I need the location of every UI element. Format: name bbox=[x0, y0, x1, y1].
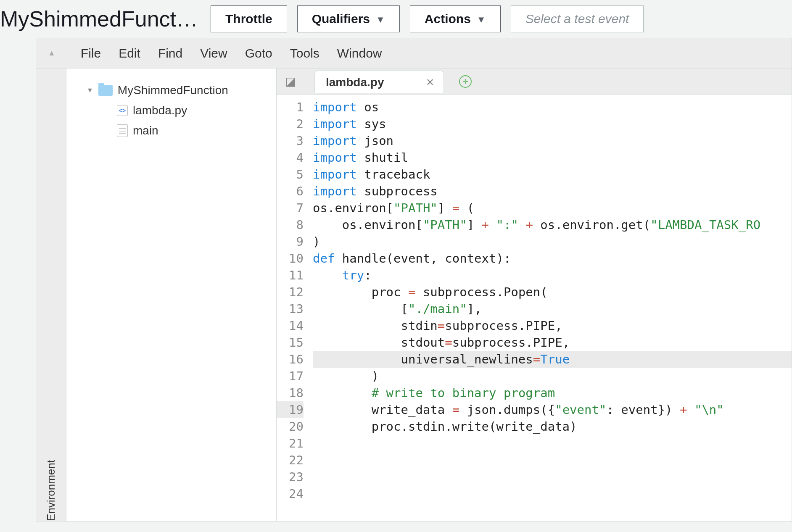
outline-icon[interactable]: ◪ bbox=[285, 74, 296, 88]
file-tree: ▼ MyShimmedFunction <> lambda.py main bbox=[66, 68, 277, 521]
qualifiers-button[interactable]: Qualifiers ▼ bbox=[297, 5, 400, 32]
tree-file-lambda-py[interactable]: <> lambda.py bbox=[66, 100, 276, 121]
tree-root-label: MyShimmedFunction bbox=[118, 84, 228, 97]
ide-body: Environment ▼ MyShimmedFunction <> lambd… bbox=[36, 68, 792, 521]
side-tab-label: Environment bbox=[45, 127, 58, 521]
collapse-up-icon[interactable]: ▲ bbox=[48, 49, 55, 58]
editor-tab-lambda-py[interactable]: lambda.py ✕ bbox=[314, 70, 444, 93]
menu-tools[interactable]: Tools bbox=[290, 46, 319, 61]
select-test-placeholder: Select a test event bbox=[525, 12, 629, 26]
qualifiers-label: Qualifiers bbox=[312, 12, 370, 26]
file-icon bbox=[117, 124, 128, 137]
tree-file-main[interactable]: main bbox=[66, 121, 276, 141]
tab-label: lambda.py bbox=[326, 76, 384, 89]
throttle-button[interactable]: Throttle bbox=[211, 5, 287, 32]
throttle-label: Throttle bbox=[225, 12, 272, 26]
caret-down-icon: ▼ bbox=[376, 14, 385, 25]
close-icon[interactable]: ✕ bbox=[426, 76, 434, 88]
menubar: ▲ File Edit Find View Goto Tools Window bbox=[36, 38, 792, 68]
editor-area: ◪ lambda.py ✕ + 123456789101112131415161… bbox=[277, 68, 792, 521]
tree-file-label: lambda.py bbox=[133, 104, 187, 117]
python-file-icon: <> bbox=[117, 105, 128, 116]
line-gutter: 123456789101112131415161718192021222324 bbox=[277, 95, 309, 521]
menu-window[interactable]: Window bbox=[337, 46, 382, 61]
actions-label: Actions bbox=[425, 12, 471, 26]
menu-file[interactable]: File bbox=[81, 46, 101, 61]
select-test-event-dropdown[interactable]: Select a test event bbox=[511, 5, 644, 32]
ide-panel: ▲ File Edit Find View Goto Tools Window … bbox=[36, 38, 792, 521]
header-toolbar: MyShimmedFunct… Throttle Qualifiers ▼ Ac… bbox=[0, 0, 792, 38]
menu-goto[interactable]: Goto bbox=[245, 46, 272, 61]
add-tab-button[interactable]: + bbox=[459, 75, 472, 88]
tree-file-label: main bbox=[133, 124, 158, 137]
caret-down-icon: ▼ bbox=[87, 87, 93, 94]
tree-root-row[interactable]: ▼ MyShimmedFunction bbox=[66, 80, 276, 100]
code-content[interactable]: import osimport sysimport jsonimport shu… bbox=[309, 95, 792, 521]
menu-edit[interactable]: Edit bbox=[119, 46, 140, 61]
actions-button[interactable]: Actions ▼ bbox=[410, 5, 501, 32]
side-tab-environment[interactable]: Environment bbox=[36, 68, 66, 521]
menu-view[interactable]: View bbox=[200, 46, 227, 61]
folder-icon bbox=[98, 85, 113, 96]
caret-down-icon: ▼ bbox=[477, 14, 486, 25]
function-title: MyShimmedFunct… bbox=[0, 6, 198, 32]
code-editor[interactable]: 123456789101112131415161718192021222324 … bbox=[277, 95, 792, 521]
menu-find[interactable]: Find bbox=[158, 46, 182, 61]
tabbar: ◪ lambda.py ✕ + bbox=[277, 68, 792, 95]
